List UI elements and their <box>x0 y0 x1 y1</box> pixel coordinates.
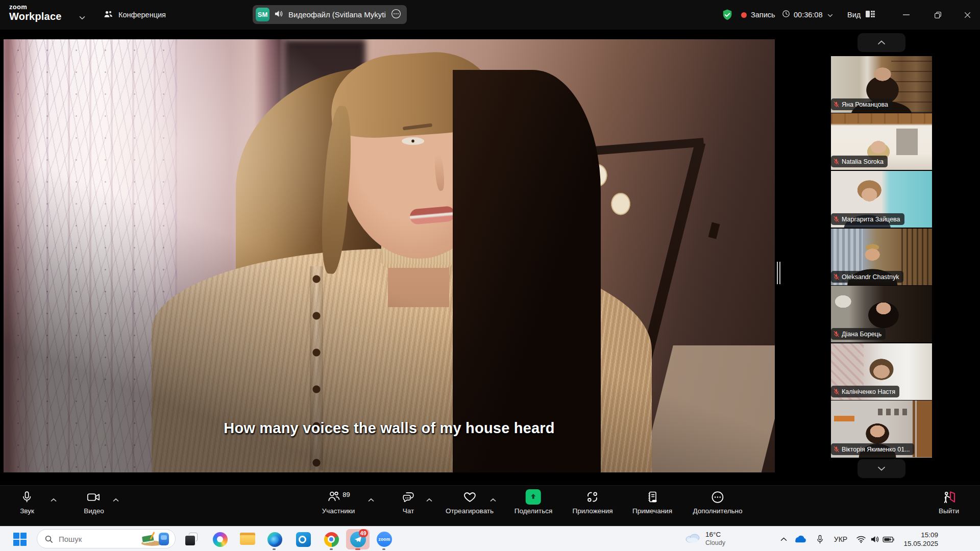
chat-button[interactable]: Чат <box>402 490 415 515</box>
more-options-icon[interactable] <box>390 8 402 21</box>
search-input[interactable] <box>58 534 129 544</box>
meeting-timer[interactable]: 00:36:08 <box>782 0 833 30</box>
shared-screen-pill[interactable]: SM Видеофайл (Svitlana Mykyti <box>253 5 407 24</box>
task-view-button[interactable] <box>184 531 201 547</box>
tray-chevron-up-icon[interactable] <box>778 534 789 544</box>
muted-mic-icon <box>833 331 840 337</box>
participants-scroll-down-button[interactable] <box>857 459 905 478</box>
chat-icon <box>402 490 415 504</box>
recording-indicator[interactable]: Запись <box>741 0 775 30</box>
security-shield-icon[interactable] <box>721 0 734 30</box>
meeting-toolbar: Звук Видео 89 Участники <box>0 485 980 526</box>
participants-scroll-up-button[interactable] <box>857 33 905 52</box>
speaker-icon <box>274 10 284 20</box>
react-button[interactable]: Отреагировать <box>446 490 494 515</box>
react-options-chevron-icon[interactable] <box>490 495 496 504</box>
notes-icon <box>646 490 659 504</box>
participant-tile[interactable]: Калініченко Настя <box>831 343 932 400</box>
zoom-app-button[interactable]: zoom <box>376 531 393 547</box>
shared-screen-title: Видеофайл (Svitlana Mykyti <box>288 10 386 19</box>
search-highlight-illustration[interactable] <box>140 531 171 547</box>
language-indicator[interactable]: УКР <box>831 534 850 544</box>
zoom-app-icon: zoom <box>377 532 392 547</box>
tab-meeting[interactable]: Конференция <box>103 7 166 23</box>
wifi-icon[interactable] <box>854 534 868 545</box>
participant-tile[interactable]: Вікторія Якименко 01... <box>831 400 932 458</box>
windows-logo-icon <box>13 533 27 546</box>
file-explorer-button[interactable] <box>239 532 256 547</box>
apps-button[interactable]: Приложения <box>573 490 613 515</box>
leave-door-icon <box>941 490 957 504</box>
clock-date: 15.05.2025 <box>903 539 938 548</box>
participant-tile[interactable]: Natalia Soroka <box>831 113 932 170</box>
chat-options-chevron-icon[interactable] <box>426 495 432 504</box>
onedrive-icon[interactable] <box>793 533 807 545</box>
close-button[interactable] <box>960 7 975 22</box>
more-ellipsis-icon <box>710 490 724 504</box>
muted-mic-icon <box>833 273 840 280</box>
audio-label: Звук <box>20 507 34 515</box>
participant-name-tag: Oleksandr Chastnyk <box>831 271 903 283</box>
chevron-down-icon[interactable] <box>827 10 833 19</box>
participants-label: Участники <box>322 507 355 515</box>
participant-tile[interactable]: Oleksandr Chastnyk <box>831 229 932 285</box>
microphone-icon <box>21 490 34 504</box>
panel-resize-handle[interactable] <box>777 262 780 284</box>
copilot-button[interactable] <box>212 531 228 547</box>
participant-tile[interactable]: Діана Борець <box>831 286 932 342</box>
participants-button[interactable]: 89 Участники <box>322 490 355 515</box>
participant-name: Калініченко Настя <box>842 388 895 395</box>
muted-mic-icon <box>833 101 840 108</box>
tray-microphone-icon[interactable] <box>814 533 826 545</box>
telegram-unread-badge: 49 <box>359 529 368 537</box>
edge-icon <box>267 532 282 547</box>
chat-label: Чат <box>403 507 414 515</box>
share-screen-button[interactable]: Поделиться <box>514 490 553 515</box>
taskbar-search[interactable] <box>37 529 176 548</box>
shared-video-area: How many voices the walls of my house he… <box>4 39 775 472</box>
view-button[interactable]: Вид <box>847 0 875 30</box>
video-subtitle: How many voices the walls of my house he… <box>4 420 775 437</box>
chrome-running-indicator <box>330 548 333 550</box>
participant-name: Вікторія Якименко 01... <box>842 446 910 453</box>
cloud-weather-icon <box>684 532 701 545</box>
telegram-icon: 49 <box>350 532 366 547</box>
weather-temp: 16°C <box>705 531 725 539</box>
leave-label: Выйти <box>939 507 959 515</box>
people-icon <box>103 9 113 21</box>
more-button[interactable]: Дополнительно <box>693 490 742 515</box>
bag-pocket-shape <box>161 535 167 540</box>
battery-icon[interactable] <box>881 534 896 544</box>
chevron-down-icon[interactable] <box>79 13 85 22</box>
record-dot-icon <box>741 12 747 18</box>
zoom-workplace-logo: zoom Workplace <box>9 4 62 21</box>
participant-name-tag: Діана Борець <box>831 328 886 340</box>
logo-line-zoom: zoom <box>9 4 62 10</box>
weather-widget[interactable]: 16°C Cloudy <box>684 531 725 547</box>
notes-button[interactable]: Примечания <box>632 490 672 515</box>
participant-tile[interactable]: Маргарита Зайцева <box>831 171 932 228</box>
start-button[interactable] <box>12 532 28 547</box>
muted-mic-icon <box>833 216 840 222</box>
participant-name: Oleksandr Chastnyk <box>842 273 899 281</box>
participants-options-chevron-icon[interactable] <box>368 495 374 504</box>
telegram-button[interactable]: 49 <box>346 529 370 549</box>
taskbar-clock[interactable]: 15:09 15.05.2025 <box>897 530 938 548</box>
volume-icon[interactable] <box>868 534 881 545</box>
video-button[interactable]: Видео <box>84 490 104 515</box>
react-label: Отреагировать <box>446 507 494 515</box>
chrome-button[interactable] <box>323 531 339 547</box>
muted-mic-icon <box>833 158 840 165</box>
audio-options-chevron-icon[interactable] <box>51 495 57 504</box>
heart-icon <box>462 490 476 504</box>
audio-button[interactable]: Звук <box>20 490 34 515</box>
outlook-button[interactable] <box>295 531 311 547</box>
restore-button[interactable] <box>930 7 945 22</box>
video-options-chevron-icon[interactable] <box>113 495 119 504</box>
participants-count: 89 <box>342 491 350 498</box>
video-window-light-flare <box>4 39 775 472</box>
leave-button[interactable]: Выйти <box>939 490 959 515</box>
participant-tile[interactable]: Яна Романцова <box>831 56 932 113</box>
edge-button[interactable] <box>266 531 283 547</box>
minimize-button[interactable] <box>898 7 914 22</box>
